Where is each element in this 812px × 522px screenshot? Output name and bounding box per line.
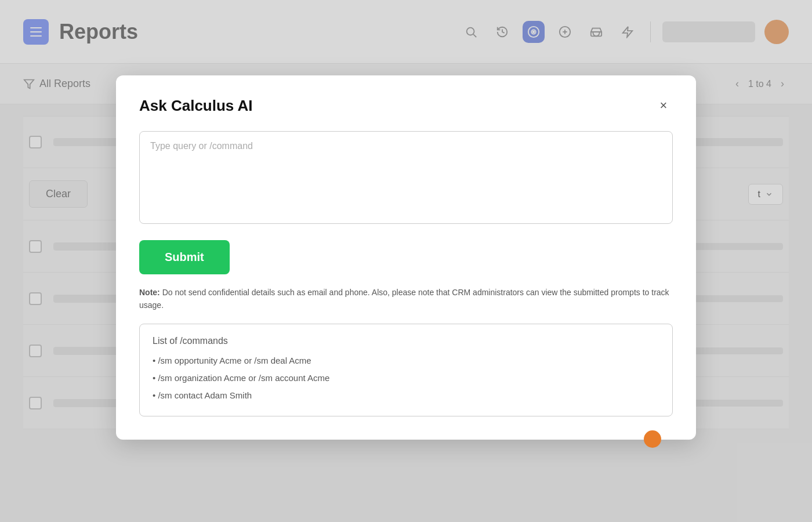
command-item-1: /sm opportunity Acme or /sm deal Acme — [153, 352, 659, 369]
commands-box: List of /commands /sm opportunity Acme o… — [139, 324, 673, 416]
modal-note: Note: Do not send confidential details s… — [139, 286, 673, 312]
ai-modal: Ask Calculus AI × Submit Note: Do not se… — [116, 75, 696, 440]
note-text: Do not send confidential details such as… — [139, 288, 669, 310]
commands-list: /sm opportunity Acme or /sm deal Acme /s… — [153, 352, 659, 404]
modal-close-button[interactable]: × — [654, 96, 673, 115]
app-container: Reports — [0, 0, 812, 522]
modal-header: Ask Calculus AI × — [139, 96, 673, 115]
command-item-2: /sm organization Acme or /sm account Acm… — [153, 369, 659, 387]
modal-title: Ask Calculus AI — [139, 97, 253, 115]
command-item-3: /sm contact Adam Smith — [153, 387, 659, 404]
note-prefix: Note: — [139, 288, 160, 297]
bottom-indicator — [644, 430, 661, 448]
submit-button[interactable]: Submit — [139, 240, 230, 274]
query-input[interactable] — [139, 131, 673, 224]
commands-title: List of /commands — [153, 336, 659, 346]
